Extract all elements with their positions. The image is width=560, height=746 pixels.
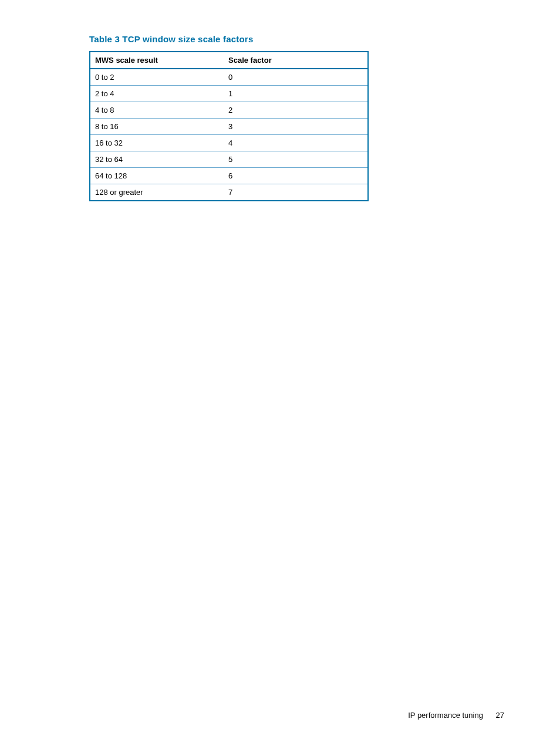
page-footer: IP performance tuning 27	[408, 711, 504, 720]
table-cell: 3	[224, 119, 368, 135]
table-cell: 5	[224, 151, 368, 168]
table-cell: 8 to 16	[90, 119, 224, 135]
page-number: 27	[496, 711, 504, 720]
table-header-col2: Scale factor	[224, 52, 368, 69]
table-caption: Table 3 TCP window size scale factors	[89, 34, 471, 44]
table-cell: 64 to 128	[90, 168, 224, 184]
table-cell: 2 to 4	[90, 86, 224, 102]
table-cell: 7	[224, 184, 368, 201]
table-row: 64 to 128 6	[90, 168, 368, 184]
table-cell: 2	[224, 102, 368, 119]
table-row: 2 to 4 1	[90, 86, 368, 102]
table-cell: 1	[224, 86, 368, 102]
table-cell: 128 or greater	[90, 184, 224, 201]
scale-factors-table: MWS scale result Scale factor 0 to 2 0 2…	[89, 51, 369, 201]
table-row: 128 or greater 7	[90, 184, 368, 201]
table-cell: 4	[224, 135, 368, 151]
footer-section-title: IP performance tuning	[408, 711, 483, 720]
table-row: 0 to 2 0	[90, 69, 368, 86]
table-cell: 0 to 2	[90, 69, 224, 86]
table-cell: 6	[224, 168, 368, 184]
table-row: 32 to 64 5	[90, 151, 368, 168]
table-cell: 16 to 32	[90, 135, 224, 151]
table-row: 4 to 8 2	[90, 102, 368, 119]
table-header-row: MWS scale result Scale factor	[90, 52, 368, 69]
table-cell: 4 to 8	[90, 102, 224, 119]
table-cell: 0	[224, 69, 368, 86]
table-cell: 32 to 64	[90, 151, 224, 168]
table-row: 8 to 16 3	[90, 119, 368, 135]
table-header-col1: MWS scale result	[90, 52, 224, 69]
table-row: 16 to 32 4	[90, 135, 368, 151]
